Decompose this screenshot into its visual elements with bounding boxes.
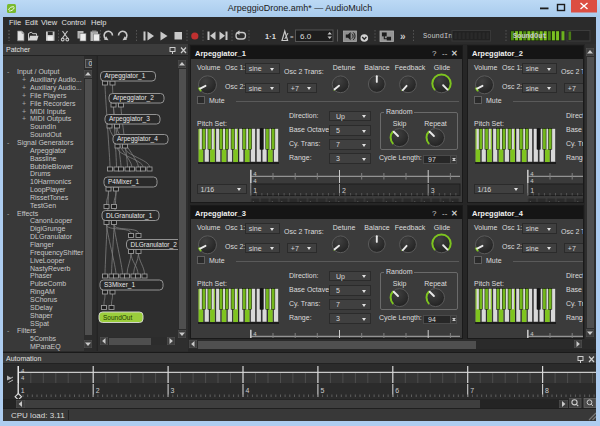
svg-text:SoundIn: SoundIn bbox=[423, 32, 452, 40]
svg-text:6: 6 bbox=[395, 387, 399, 394]
svg-text:2: 2 bbox=[96, 387, 100, 394]
svg-text:3: 3 bbox=[171, 387, 175, 394]
svg-text:»: » bbox=[400, 31, 406, 42]
svg-text:DLGranulator_1: DLGranulator_1 bbox=[106, 212, 153, 220]
svg-text:4: 4 bbox=[246, 387, 250, 394]
svg-text:SoundOut: SoundOut bbox=[513, 32, 547, 40]
svg-text:Arpeggiator_4: Arpeggiator_4 bbox=[117, 135, 158, 143]
svg-text:DLGranulator_2: DLGranulator_2 bbox=[131, 241, 178, 249]
svg-text:SoundOut: SoundOut bbox=[103, 314, 132, 321]
svg-text:8: 8 bbox=[545, 387, 549, 394]
svg-text:6.0: 6.0 bbox=[300, 32, 312, 41]
svg-text:Arpeggiator_2: Arpeggiator_2 bbox=[113, 94, 154, 102]
svg-text:1·1: 1·1 bbox=[265, 32, 276, 41]
svg-text:Arpeggiator_1: Arpeggiator_1 bbox=[105, 72, 146, 80]
svg-text:7: 7 bbox=[470, 387, 474, 394]
svg-text:P4Mixer_1: P4Mixer_1 bbox=[108, 178, 139, 186]
svg-text:5: 5 bbox=[320, 387, 324, 394]
svg-text:1: 1 bbox=[21, 387, 25, 394]
svg-text:Arpeggiator_3: Arpeggiator_3 bbox=[109, 115, 150, 123]
svg-text:S3Mixer_1: S3Mixer_1 bbox=[104, 281, 135, 289]
svg-text:=: = bbox=[290, 34, 294, 40]
